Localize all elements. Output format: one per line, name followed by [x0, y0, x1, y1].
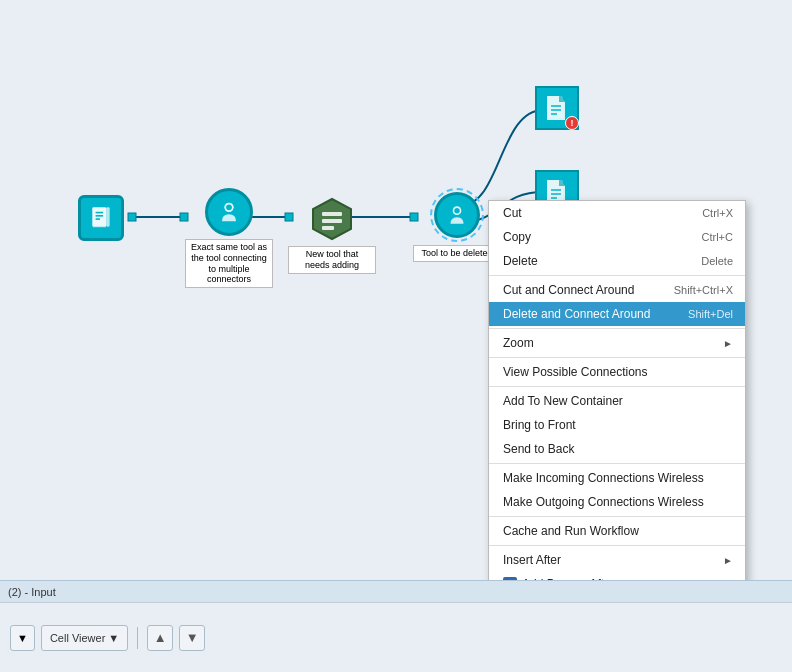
- separator-3: [489, 357, 745, 358]
- menu-item-cut-label: Cut: [503, 206, 692, 220]
- status-text: (2) - Input: [8, 586, 56, 598]
- separator-6: [489, 516, 745, 517]
- node-tool2-label: New tool that needs adding: [288, 246, 376, 274]
- node-book[interactable]: [78, 195, 124, 241]
- menu-item-delete-shortcut: Delete: [701, 255, 733, 267]
- context-menu: Cut Ctrl+X Copy Ctrl+C Delete Delete Cut…: [488, 200, 746, 580]
- menu-item-copy-shortcut: Ctrl+C: [702, 231, 733, 243]
- bottom-toolbar: ▼ Cell Viewer ▼ ▲ ▼: [0, 602, 792, 672]
- menu-item-outgoing-wireless-label: Make Outgoing Connections Wireless: [503, 495, 733, 509]
- separator-1: [489, 275, 745, 276]
- separator-2: [489, 328, 745, 329]
- menu-item-delete-label: Delete: [503, 254, 691, 268]
- menu-item-insert-after-label: Insert After: [503, 553, 723, 567]
- toolbar-down-btn[interactable]: ▼: [179, 625, 205, 651]
- menu-item-bring-front[interactable]: Bring to Front: [489, 413, 745, 437]
- toolbar-separator: [137, 627, 138, 649]
- status-bar: (2) - Input: [0, 580, 792, 602]
- down-arrow-icon: ▼: [186, 630, 199, 645]
- zoom-arrow-icon: ►: [723, 338, 733, 349]
- menu-item-cache-run[interactable]: Cache and Run Workflow: [489, 519, 745, 543]
- menu-item-cut[interactable]: Cut Ctrl+X: [489, 201, 745, 225]
- node-tool1-label: Exact same tool as the tool connecting t…: [185, 239, 273, 288]
- output-node-1[interactable]: !: [535, 86, 579, 130]
- menu-item-cut-connect-shortcut: Shift+Ctrl+X: [674, 284, 733, 296]
- menu-item-add-browse-shortcut: Ctrl+Shift+B: [674, 578, 733, 580]
- doc1-icon: [545, 94, 569, 122]
- menu-item-zoom-label: Zoom: [503, 336, 723, 350]
- tool3-icon: [444, 202, 470, 228]
- menu-item-copy-label: Copy: [503, 230, 692, 244]
- menu-item-add-browse-label: Add Browse After: [522, 577, 664, 580]
- menu-item-add-container[interactable]: Add To New Container: [489, 389, 745, 413]
- svg-rect-18: [322, 212, 342, 216]
- menu-item-cut-connect[interactable]: Cut and Connect Around Shift+Ctrl+X: [489, 278, 745, 302]
- separator-7: [489, 545, 745, 546]
- menu-item-cut-shortcut: Ctrl+X: [702, 207, 733, 219]
- toolbar-dropdown-label: ▼: [17, 632, 28, 644]
- node-tool1[interactable]: Exact same tool as the tool connecting t…: [185, 188, 273, 288]
- node-tool2[interactable]: New tool that needs adding: [288, 195, 376, 274]
- menu-item-delete-connect[interactable]: Delete and Connect Around Shift+Del: [489, 302, 745, 326]
- insert-after-arrow-icon: ►: [723, 555, 733, 566]
- menu-item-incoming-wireless[interactable]: Make Incoming Connections Wireless: [489, 466, 745, 490]
- toolbar-dropdown-viewer[interactable]: Cell Viewer ▼: [41, 625, 128, 651]
- svg-point-22: [454, 208, 459, 213]
- toolbar-viewer-arrow: ▼: [108, 632, 119, 644]
- up-arrow-icon: ▲: [154, 630, 167, 645]
- book-icon: [88, 205, 114, 231]
- menu-item-add-browse[interactable]: Add Browse After Ctrl+Shift+B: [489, 572, 745, 580]
- toolbar-viewer-label: Cell Viewer: [50, 632, 105, 644]
- menu-item-cut-connect-label: Cut and Connect Around: [503, 283, 664, 297]
- menu-item-bring-front-label: Bring to Front: [503, 418, 733, 432]
- separator-5: [489, 463, 745, 464]
- menu-item-insert-after[interactable]: Insert After ►: [489, 548, 745, 572]
- menu-item-view-connections-label: View Possible Connections: [503, 365, 733, 379]
- menu-item-delete[interactable]: Delete Delete: [489, 249, 745, 273]
- add-browse-icon: [503, 577, 517, 580]
- menu-item-view-connections[interactable]: View Possible Connections: [489, 360, 745, 384]
- hex-icon: [308, 195, 356, 243]
- menu-item-cache-run-label: Cache and Run Workflow: [503, 524, 733, 538]
- menu-item-add-container-label: Add To New Container: [503, 394, 733, 408]
- canvas-area: Exact same tool as the tool connecting t…: [0, 0, 792, 580]
- tool1-icon: [215, 198, 243, 226]
- menu-item-send-back[interactable]: Send to Back: [489, 437, 745, 461]
- toolbar-dropdown[interactable]: ▼: [10, 625, 35, 651]
- svg-rect-20: [322, 226, 334, 230]
- menu-item-copy[interactable]: Copy Ctrl+C: [489, 225, 745, 249]
- svg-rect-14: [106, 207, 109, 227]
- separator-4: [489, 386, 745, 387]
- error-badge-1: !: [565, 116, 579, 130]
- svg-point-16: [226, 204, 232, 210]
- menu-item-delete-connect-shortcut: Shift+Del: [688, 308, 733, 320]
- menu-item-delete-connect-label: Delete and Connect Around: [503, 307, 678, 321]
- menu-item-outgoing-wireless[interactable]: Make Outgoing Connections Wireless: [489, 490, 745, 514]
- menu-item-send-back-label: Send to Back: [503, 442, 733, 456]
- menu-item-incoming-wireless-label: Make Incoming Connections Wireless: [503, 471, 733, 485]
- svg-rect-19: [322, 219, 342, 223]
- menu-item-zoom[interactable]: Zoom ►: [489, 331, 745, 355]
- toolbar-up-btn[interactable]: ▲: [147, 625, 173, 651]
- svg-rect-3: [128, 213, 136, 221]
